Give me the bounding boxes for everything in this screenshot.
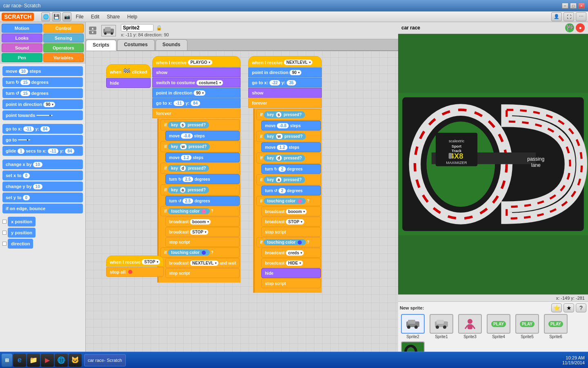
block-change-y[interactable]: change y by 10 xyxy=(2,182,83,191)
block-edge-bounce[interactable]: if on edge, bounce xyxy=(2,204,83,213)
fullscreen-btn[interactable]: ⛶ xyxy=(564,12,574,21)
block-move-steps[interactable]: move 10 steps xyxy=(2,66,83,76)
block-hide-recv[interactable]: hide xyxy=(261,268,321,278)
block-broadcast-stop1[interactable]: broadcast STOP xyxy=(165,227,240,237)
playgo-dropdown[interactable]: PLAYGO xyxy=(188,60,212,65)
category-operators[interactable]: Operators xyxy=(43,43,84,52)
sprite-item-5[interactable]: PLAY Sprite5 xyxy=(514,314,540,339)
taskbar-folder[interactable]: 📁 xyxy=(27,354,40,367)
block-move-neg08-1[interactable]: move -0.8 steps xyxy=(165,131,240,141)
block-if-w[interactable]: if key w pressed? xyxy=(160,141,240,152)
minimize-btn[interactable]: − xyxy=(562,3,568,9)
block-broadcast-hide[interactable]: broadcast HIDE xyxy=(261,258,321,268)
block-receive-stop[interactable]: when I receive STOP xyxy=(106,256,164,267)
block-turn-d[interactable]: turn ↻ 2.5 degrees xyxy=(165,174,240,184)
dir-dropdown-1[interactable]: 90 xyxy=(194,90,205,96)
category-sound[interactable]: Sound xyxy=(2,43,42,52)
block-point-dir[interactable]: point in direction 90 xyxy=(2,99,83,109)
block-glide[interactable]: glide 1 secs to x: -11 y: 84 xyxy=(2,146,83,156)
new-sprite-star-btn[interactable]: ★ xyxy=(564,303,574,312)
sprite-item-6[interactable]: PLAY Sprite6 xyxy=(543,314,569,339)
menu-edit[interactable]: Edit xyxy=(88,13,103,20)
block-y-position[interactable]: y position xyxy=(8,228,36,238)
category-pen[interactable]: Pen xyxy=(2,53,42,62)
block-stop-all[interactable]: stop all xyxy=(106,267,164,277)
sprite-thumb-1[interactable] xyxy=(430,314,453,334)
direction-checkbox[interactable] xyxy=(2,242,7,246)
stage-canvas[interactable]: scalextric Sport Track 4X8 MAXIMIZER pas… xyxy=(398,34,588,294)
start-button[interactable]: ⊞ xyxy=(2,354,12,367)
block-turn-cw[interactable]: turn ↻ 15 degrees xyxy=(2,77,83,87)
profile-btn[interactable]: 👤 xyxy=(551,12,562,21)
block-point-dir-recv[interactable]: point in direction 90 xyxy=(248,67,322,77)
block-goto[interactable]: go to xyxy=(2,135,83,145)
block-if-s[interactable]: if key s pressed? xyxy=(160,119,240,130)
block-if-s-recv[interactable]: if key s pressed? xyxy=(256,109,321,120)
taskbar-scratch[interactable]: 🐱 xyxy=(69,354,82,367)
nextlevl-dropdown[interactable]: NEXTLEVL xyxy=(284,60,312,65)
block-stop-script2[interactable]: stop script xyxy=(165,268,240,278)
menu-share[interactable]: Share xyxy=(103,13,123,20)
block-when-clicked[interactable]: when 🏁 clicked xyxy=(106,64,151,78)
block-goto-recv[interactable]: go to x: -22 y: 35 xyxy=(248,78,322,88)
block-goto-xy[interactable]: go to x: -11 y: 84 xyxy=(2,124,83,134)
category-control[interactable]: Control xyxy=(43,24,84,33)
block-set-x[interactable]: set x to 0 xyxy=(2,171,83,180)
y-position-checkbox[interactable] xyxy=(2,231,7,235)
block-turn-d-recv[interactable]: turn ↻ 2 degrees xyxy=(261,164,321,174)
block-move-neg08-recv[interactable]: move -0.8 steps xyxy=(261,121,321,130)
block-stop-script-recv2[interactable]: stop script xyxy=(261,278,321,288)
block-switch-costume[interactable]: switch to costume costume1 xyxy=(152,78,241,88)
stop-dropdown[interactable]: STOP xyxy=(142,259,160,265)
block-if-touching-pink-recv[interactable]: if touching color ? xyxy=(256,196,321,206)
taskbar-ie[interactable]: e xyxy=(13,354,26,367)
block-broadcast-stop-recv[interactable]: broadcast STOP xyxy=(261,217,321,227)
block-receive-nextlevl[interactable]: when I receive NEXTLEVL xyxy=(248,56,322,67)
block-turn-a[interactable]: turn ↺ 2.5 degrees xyxy=(165,196,240,206)
more-btn[interactable]: ⋯ xyxy=(576,12,586,21)
script-canvas[interactable]: when 🏁 clicked hide when I receive PLAYG… xyxy=(86,51,398,368)
block-point-dir-1[interactable]: point in direction 90 xyxy=(152,88,241,98)
globe-icon[interactable]: 🌐 xyxy=(41,12,50,21)
block-x-position[interactable]: x position xyxy=(8,217,36,227)
block-if-touching-blue-recv[interactable]: if touching color ? xyxy=(256,237,321,247)
save-icon[interactable]: 💾 xyxy=(52,12,61,21)
taskbar-scratch-window[interactable]: car race- Scratch xyxy=(84,354,126,366)
block-stop-script-recv[interactable]: stop script xyxy=(261,227,321,237)
block-turn-ccw[interactable]: turn ↺ 15 degrees xyxy=(2,88,83,98)
block-if-touching-pink[interactable]: if touching color ? xyxy=(160,206,240,216)
menu-help[interactable]: Help xyxy=(124,13,140,20)
block-if-d[interactable]: if key d pressed? xyxy=(160,163,240,174)
sprite-item-1[interactable]: Sprite1 xyxy=(428,314,454,339)
block-turn-a-recv[interactable]: turn ↺ 2 degrees xyxy=(261,186,321,195)
block-broadcast-creds[interactable]: broadcast creds xyxy=(261,248,321,258)
block-goto-1[interactable]: go to x: -11 y: 84 xyxy=(152,98,241,108)
block-if-a[interactable]: if key a pressed? xyxy=(160,184,240,195)
block-move-12-recv[interactable]: move 1.2 steps xyxy=(261,142,321,152)
new-sprite-paint-btn[interactable]: ⭐ xyxy=(551,303,562,312)
camera-icon[interactable]: 📷 xyxy=(62,12,71,21)
block-broadcast-booom-recv[interactable]: broadcast booom xyxy=(261,206,321,216)
taskbar-media[interactable]: ▶ xyxy=(41,354,54,367)
block-move-12-1[interactable]: move 1.2 steps xyxy=(165,153,240,162)
block-point-towards[interactable]: point towards xyxy=(2,110,83,120)
costume-dropdown[interactable]: costume1 xyxy=(196,80,223,85)
sprite-thumb-5[interactable]: PLAY xyxy=(515,314,539,334)
green-flag-btn[interactable]: 🏁 xyxy=(565,23,574,32)
sprite-name-input[interactable]: Sprite2 xyxy=(121,24,154,31)
sprite-thumb-4[interactable]: PLAY xyxy=(487,314,510,334)
block-broadcast-booom[interactable]: broadcast booom xyxy=(165,217,240,227)
x-position-checkbox[interactable] xyxy=(2,220,7,224)
maximize-btn[interactable]: □ xyxy=(570,3,577,9)
block-if-touching-blue[interactable]: if touching color ? xyxy=(160,247,240,258)
block-show1[interactable]: show xyxy=(152,67,241,77)
block-set-y[interactable]: set y to 0 xyxy=(2,193,83,202)
block-direction[interactable]: direction xyxy=(8,239,33,249)
block-broadcast-nextlevl[interactable]: broadcast NEXTLEVL and wait xyxy=(165,258,240,268)
category-motion[interactable]: Motion xyxy=(2,24,42,33)
tab-sounds[interactable]: Sounds xyxy=(156,39,187,50)
category-looks[interactable]: Looks xyxy=(2,34,42,43)
new-sprite-search-btn[interactable]: ? xyxy=(576,303,586,312)
sprite-item-2[interactable]: Sprite2 xyxy=(400,314,426,339)
sprite-thumb-3[interactable] xyxy=(458,314,482,334)
